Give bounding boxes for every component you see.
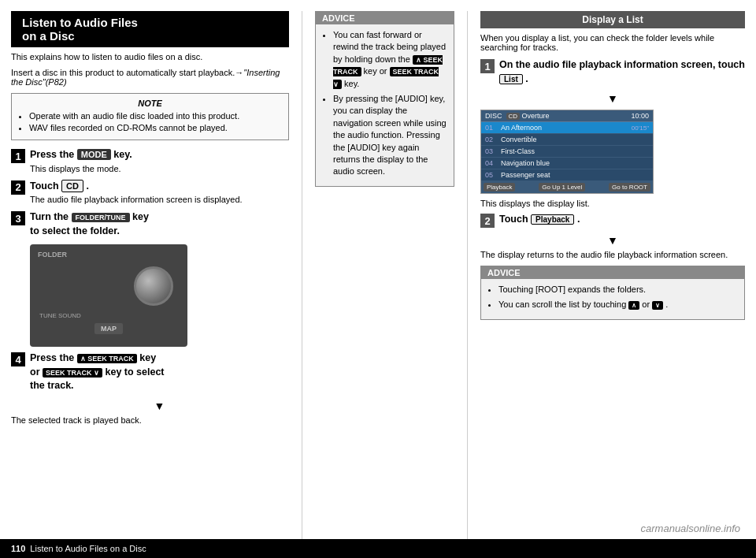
track-name-2: Convertible — [501, 136, 537, 143]
screen-header-time: 10:00 — [631, 112, 649, 120]
device-tune-label: TUNE SOUND — [39, 312, 81, 319]
device-folder-label: FOLDER — [38, 251, 67, 259]
advice-right-item-1: Touching [ROOT] expands the folders. — [498, 284, 738, 296]
footer-btn-playback[interactable]: Playback — [484, 183, 515, 192]
right-arrow-1: ▼ — [480, 92, 745, 105]
advice-item-middle-1: You can fast forward or rewind the track… — [333, 29, 447, 90]
final-text: The selected track is played back. — [11, 415, 289, 425]
seek-down-key: SEEK TRACK ∨ — [43, 368, 102, 378]
track-num-3: 03 — [485, 147, 501, 155]
step-2-sub: The audio file playback information scre… — [30, 195, 289, 204]
note-item-2: WAV files recorded on CD-ROMs cannot be … — [29, 123, 282, 132]
advice-box-right: ADVICE Touching [ROOT] expands the folde… — [480, 266, 745, 320]
screen-header: DISC CD Overture 10:00 — [481, 110, 653, 122]
page-container: Listen to Audio Files on a Disc This exp… — [0, 0, 756, 558]
advice-item-middle-2: By pressing the [AUDIO] key, you can dis… — [333, 93, 447, 178]
screen-row-5: 05 Passenger seat — [481, 169, 653, 181]
footer-btn-up[interactable]: Go Up 1 Level — [539, 183, 585, 192]
right-step-num-1: 1 — [480, 59, 495, 73]
screen-row-1: 01 An Afternoon 00'15" — [481, 122, 653, 134]
right-step-2-sub: The display returns to the audio file pl… — [480, 250, 745, 259]
advice-list-middle: You can fast forward or rewind the track… — [322, 29, 447, 178]
track-num-5: 05 — [485, 171, 501, 179]
track-time-1: 00'15" — [632, 125, 649, 132]
scroll-down-btn: ∨ — [652, 301, 663, 310]
step-1-sub: This displays the mode. — [30, 164, 289, 173]
device-image: FOLDER TUNE SOUND MAP — [30, 244, 187, 347]
device-knob — [134, 266, 173, 306]
step-2-main: Touch CD . — [30, 180, 289, 194]
display-screen: DISC CD Overture 10:00 01 An Afternoon 0… — [480, 110, 654, 194]
advice-title-middle: ADVICE — [316, 12, 454, 24]
cd-key: CD — [61, 180, 83, 192]
track-name-5: Passenger seat — [501, 171, 550, 179]
screen-footer: Playback Go Up 1 Level Go to ROOT — [481, 181, 653, 193]
step-4-main: Press the ∧ SEEK TRACK key or SEEK TRACK… — [30, 352, 289, 393]
step-num-2: 2 — [11, 180, 25, 195]
right-step-2-main: Touch Playback . — [499, 213, 745, 227]
note-item-1: Operate with an audio file disc loaded i… — [29, 111, 282, 121]
list-display-text: This displays the display list. — [480, 199, 745, 208]
playback-key: Playback — [531, 214, 574, 225]
arrow-final: ▼ — [30, 400, 289, 412]
step-1-main: Press the MODE key. — [30, 148, 289, 162]
page-number: 110 — [11, 544, 25, 553]
footer-bar: 110 Listen to Audio Files on a Disc — [0, 539, 756, 558]
track-num-2: 02 — [485, 136, 501, 143]
note-list: Operate with an audio file disc loaded i… — [18, 111, 282, 132]
right-step-1: 1 On the audio file playback information… — [480, 58, 745, 86]
right-step-1-main: On the audio file playback information s… — [499, 58, 745, 86]
screen-row-4: 04 Navigation blue — [481, 158, 653, 169]
right-step-num-2: 2 — [480, 214, 495, 228]
subtitle: This explains how to listen to audio fil… — [11, 52, 289, 61]
device-map-btn: MAP — [94, 323, 123, 334]
advice-list-right: Touching [ROOT] expands the folders. You… — [487, 284, 738, 311]
step-2: 2 Touch CD . The audio file playback inf… — [11, 180, 289, 205]
screen-row-3: 03 First-Class — [481, 146, 653, 158]
step-3: 3 Turn the FOLDER/TUNE keyto select the … — [11, 210, 289, 238]
middle-column: ADVICE You can fast forward or rewind th… — [302, 11, 468, 539]
footer-btn-root[interactable]: Go to ROOT — [609, 183, 650, 192]
footer-text: Listen to Audio Files on a Disc — [30, 544, 146, 553]
track-name-4: Navigation blue — [501, 159, 550, 167]
right-arrow-2: ▼ — [480, 234, 745, 247]
advice-right-item-2: You can scroll the list by touching ∧ or… — [498, 299, 738, 311]
track-name-1: An Afternoon — [501, 124, 542, 132]
track-num-1: 01 — [485, 124, 501, 132]
left-column: Listen to Audio Files on a Disc This exp… — [11, 11, 302, 539]
main-content: Listen to Audio Files on a Disc This exp… — [0, 0, 756, 539]
screen-row-2: 02 Convertible — [481, 134, 653, 146]
right-step-2: 2 Touch Playback . — [480, 213, 745, 228]
track-name-3: First-Class — [501, 147, 535, 155]
right-column: Display a List When you display a list, … — [468, 11, 745, 539]
right-intro: When you display a list, you can check t… — [480, 33, 745, 52]
track-num-4: 04 — [485, 159, 501, 167]
step-num-3: 3 — [11, 211, 25, 225]
note-title: NOTE — [18, 99, 282, 108]
mode-key: MODE — [77, 149, 111, 160]
advice-title-right: ADVICE — [481, 266, 744, 279]
seek-up-key: ∧ SEEK TRACK — [77, 354, 137, 363]
advice-box-middle: ADVICE You can fast forward or rewind th… — [315, 11, 454, 187]
note-box: NOTE Operate with an audio file disc loa… — [11, 93, 289, 140]
intro-text: Insert a disc in this product to automat… — [11, 68, 289, 87]
right-section-title: Display a List — [480, 11, 745, 28]
section-title-box: Listen to Audio Files on a Disc — [11, 11, 289, 47]
step-num-1: 1 — [11, 149, 25, 163]
step-1: 1 Press the MODE key. This displays the … — [11, 148, 289, 173]
watermark: carmanualsonline.info — [641, 523, 740, 534]
step-num-4: 4 — [11, 352, 25, 366]
screen-header-left: DISC CD Overture — [485, 112, 550, 120]
folder-tune-key: FOLDER/TUNE — [72, 213, 130, 222]
list-key: List — [499, 74, 523, 84]
step-3-main: Turn the FOLDER/TUNE keyto select the fo… — [30, 210, 289, 238]
step-4: 4 Press the ∧ SEEK TRACK key or SEEK TRA… — [11, 352, 289, 393]
scroll-up-btn: ∧ — [628, 301, 639, 310]
